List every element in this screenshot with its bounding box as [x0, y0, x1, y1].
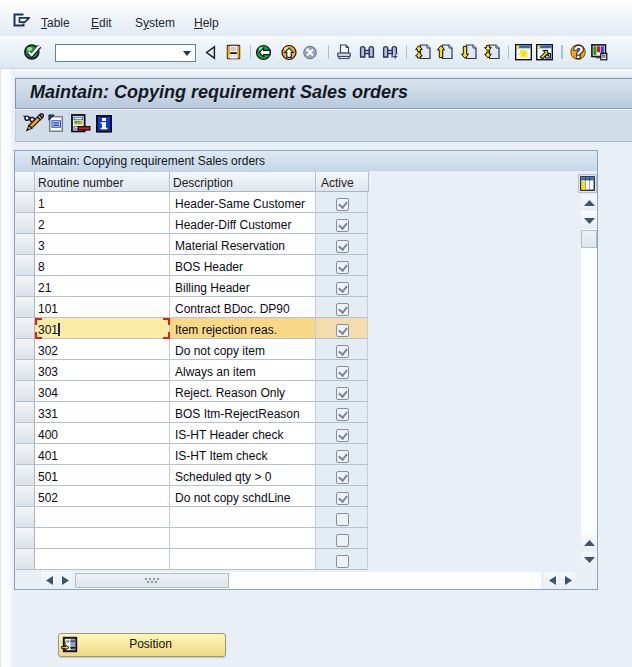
svg-text:?: ? — [574, 43, 584, 61]
